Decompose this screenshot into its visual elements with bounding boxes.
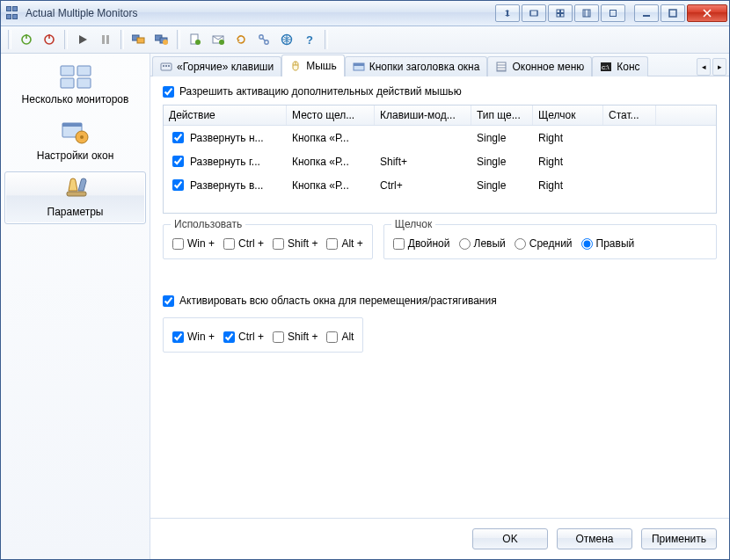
svg-point-23 — [219, 40, 224, 45]
drag-alt[interactable]: Alt — [326, 331, 354, 343]
activate-drag-input[interactable] — [163, 295, 174, 307]
close-button[interactable] — [687, 4, 727, 22]
tab-console[interactable]: c:\ Конс — [592, 56, 647, 76]
cell-action: Развернуть в... — [190, 179, 263, 192]
toolbar-refresh-icon[interactable] — [230, 29, 252, 50]
toolbar-globe-icon[interactable] — [276, 29, 297, 50]
ok-button[interactable]: OK — [472, 528, 548, 549]
svg-rect-12 — [48, 34, 50, 39]
svg-rect-2 — [561, 10, 565, 13]
tabs: «Горячие» клавиши Мышь Кнопки заголовка … — [150, 54, 729, 76]
click-left[interactable]: Левый — [459, 237, 506, 250]
sidebar-item-monitors[interactable]: Несколько мониторов — [4, 59, 146, 112]
use-win[interactable]: Win + — [172, 237, 215, 250]
titlebar-extra-4[interactable] — [574, 4, 599, 22]
cell-type: Single — [471, 151, 533, 171]
click-right[interactable]: Правый — [581, 237, 635, 250]
click-double[interactable]: Двойной — [393, 237, 450, 250]
apply-button[interactable]: Применить — [641, 528, 717, 549]
svg-rect-33 — [62, 123, 82, 127]
toolbar-windows2-icon[interactable] — [151, 29, 172, 50]
col-click[interactable]: Щелчок — [533, 105, 603, 125]
toolbar-doc-icon[interactable] — [185, 29, 206, 50]
actions-table-body: Развернуть н... Кнопка «Р... Single Righ… — [164, 126, 716, 213]
click-middle[interactable]: Средний — [515, 237, 573, 250]
sidebar-item-options[interactable]: Параметры — [4, 171, 146, 224]
svg-rect-40 — [168, 65, 170, 67]
app-window: Actual Multiple Monitors ? — [0, 0, 730, 560]
col-type[interactable]: Тип ще... — [471, 105, 533, 125]
cell-place: Кнопка «Р... — [287, 127, 375, 148]
sidebar-item-window-settings[interactable]: Настройки окон — [4, 115, 146, 168]
svg-rect-29 — [77, 66, 91, 76]
titlebar-extra-3[interactable] — [548, 4, 573, 22]
activate-drag-checkbox[interactable]: Активировать всю область окна для переме… — [163, 295, 717, 307]
minimize-button[interactable] — [634, 4, 659, 22]
cell-action: Развернуть г... — [190, 156, 260, 168]
svg-point-35 — [80, 135, 84, 139]
use-ctrl[interactable]: Ctrl + — [223, 237, 264, 250]
window-menu-icon — [495, 61, 507, 73]
svg-rect-31 — [77, 78, 91, 88]
tabs-scroll-right[interactable]: ▸ — [712, 58, 726, 76]
col-action[interactable]: Действие — [164, 105, 287, 125]
cell-mods: Ctrl+ — [375, 175, 471, 195]
main-area: «Горячие» клавиши Мышь Кнопки заголовка … — [150, 54, 729, 559]
hotkeys-icon — [160, 61, 172, 73]
tab-title-buttons[interactable]: Кнопки заголовка окна — [345, 56, 488, 76]
cell-type: Single — [471, 175, 533, 195]
toolbar-mail-icon[interactable] — [208, 29, 229, 50]
click-group: Щелчок Двойной Левый Средний Правый — [383, 224, 717, 259]
use-alt[interactable]: Alt + — [326, 237, 362, 250]
cancel-button[interactable]: Отмена — [557, 528, 632, 549]
table-row[interactable]: Развернуть в... Кнопка «Р... Ctrl+ Singl… — [164, 173, 716, 197]
tab-label: Конс — [617, 61, 639, 73]
svg-rect-3 — [557, 14, 560, 18]
col-place[interactable]: Место щел... — [287, 105, 375, 125]
titlebar-extra-5[interactable] — [601, 4, 625, 22]
svg-rect-8 — [669, 10, 676, 17]
table-row[interactable]: Развернуть г... Кнопка «Р... Shift+ Sing… — [164, 149, 716, 173]
tabs-scroll-left[interactable]: ◂ — [697, 58, 711, 76]
row-check[interactable] — [172, 156, 184, 167]
enable-extra-mouse-label: Разрешить активацию дополнительных дейст… — [179, 85, 462, 98]
options-icon — [7, 176, 143, 204]
toolbar-help-icon[interactable]: ? — [299, 29, 320, 50]
drag-shift[interactable]: Shift + — [273, 331, 318, 343]
enable-extra-mouse-checkbox[interactable]: Разрешить активацию дополнительных дейст… — [163, 85, 717, 98]
toolbar: ? — [1, 26, 729, 54]
window-title: Actual Multiple Monitors — [26, 7, 137, 19]
drag-win[interactable]: Win + — [172, 331, 215, 343]
drag-ctrl[interactable]: Ctrl + — [223, 331, 264, 343]
cell-stat — [603, 151, 656, 171]
tab-label: «Горячие» клавиши — [177, 61, 274, 73]
tab-window-menu[interactable]: Оконное меню — [487, 56, 592, 76]
cell-place: Кнопка «Р... — [287, 175, 375, 195]
titlebar-extra-2[interactable] — [522, 4, 546, 22]
maximize-button[interactable] — [661, 4, 685, 22]
toolbar-power-icon[interactable] — [16, 29, 37, 50]
tab-hotkeys[interactable]: «Горячие» клавиши — [152, 56, 281, 76]
cell-mods — [375, 127, 471, 148]
svg-rect-42 — [354, 63, 364, 66]
use-shift[interactable]: Shift + — [273, 237, 318, 250]
toolbar-pause-icon[interactable] — [95, 29, 116, 50]
svg-point-21 — [195, 40, 201, 45]
toolbar-windows1-icon[interactable] — [128, 29, 150, 50]
col-mods[interactable]: Клавиши-мод... — [375, 105, 471, 125]
tab-label: Мышь — [306, 60, 337, 72]
tab-mouse[interactable]: Мышь — [281, 55, 345, 76]
enable-extra-mouse-input[interactable] — [163, 86, 174, 98]
toolbar-stop-icon[interactable] — [39, 29, 60, 50]
sidebar-label: Настройки окон — [7, 149, 143, 162]
titlebar-extra-1[interactable] — [495, 4, 520, 22]
col-stat[interactable]: Стат... — [603, 105, 656, 125]
row-check[interactable] — [172, 179, 184, 191]
titlebar[interactable]: Actual Multiple Monitors — [1, 1, 729, 26]
toolbar-links-icon[interactable] — [253, 29, 274, 50]
cell-click: Right — [533, 127, 603, 148]
page-content: Разрешить активацию дополнительных дейст… — [150, 76, 729, 518]
row-check[interactable] — [172, 132, 184, 143]
table-row[interactable]: Развернуть н... Кнопка «Р... Single Righ… — [164, 126, 716, 149]
toolbar-play-icon[interactable] — [72, 29, 93, 50]
